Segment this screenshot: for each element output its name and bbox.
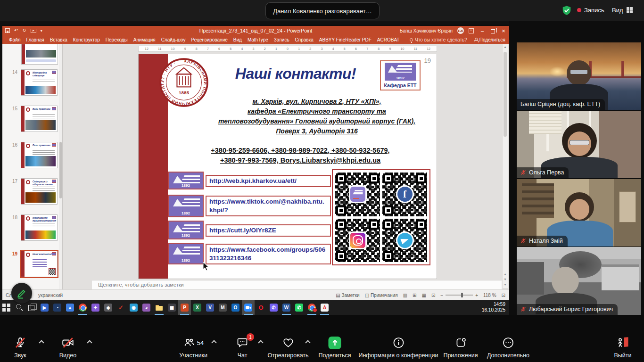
zoom-slider[interactable]: −+: [440, 293, 478, 298]
chat-button[interactable]: 1 Чат: [236, 336, 248, 359]
more-button[interactable]: Дополнительно: [487, 336, 529, 359]
slide-thumbnail[interactable]: 16 Бази практики: [5, 142, 62, 168]
file-explorer-icon[interactable]: [153, 300, 165, 315]
link-url[interactable]: https://www.facebook.com/groups/50631132…: [206, 244, 331, 264]
save-icon[interactable]: [5, 28, 10, 33]
participants-button[interactable]: 54 Участники: [179, 336, 207, 359]
ribbon-tab[interactable]: MathType: [245, 37, 271, 42]
meeting-info-button[interactable]: Информация о конференции: [358, 336, 438, 359]
ribbon-tab[interactable]: Переходы: [103, 37, 131, 42]
account-avatar[interactable]: БХ: [457, 27, 464, 34]
ribbon-tab[interactable]: Запись: [271, 37, 292, 42]
apps-button[interactable]: Приложения: [443, 336, 478, 359]
ribbon-tab[interactable]: Анимация: [131, 37, 158, 42]
opera-icon[interactable]: O: [255, 300, 267, 315]
slide-thumbnail[interactable]: 19 Наші контакти!: [5, 251, 62, 277]
annotation-tools-button[interactable]: [11, 283, 32, 304]
slide-thumbnail-panel[interactable]: 14 Міжнародна співпраця: [2, 44, 63, 289]
slide-thumbnail[interactable]: 17 Співпраця із підприємствами: [5, 178, 62, 205]
slide-canvas[interactable]: ХАРКІВСЬКИЙ ПОЛІТЕХНІЧНИЙ ІНСТИТУТ · НТУ…: [138, 54, 437, 279]
mathtype-icon[interactable]: M: [216, 300, 229, 315]
link-url[interactable]: https://www.tiktok.com/@nakhiba.ntu.khpi…: [206, 196, 331, 216]
redo-icon[interactable]: [22, 27, 26, 34]
chat-options-chevron[interactable]: [258, 340, 263, 345]
minimize-button[interactable]: [479, 28, 486, 33]
qat-dropdown-icon[interactable]: [41, 27, 42, 34]
ribbon-tab[interactable]: Конструктор: [70, 37, 103, 42]
alarms-app-icon[interactable]: ◔: [51, 300, 64, 315]
video-tile-2[interactable]: Ольга Перва: [517, 111, 641, 178]
movies-app-icon[interactable]: ▶: [38, 300, 51, 315]
whatsapp-icon[interactable]: ✆: [293, 300, 305, 315]
player-app-icon[interactable]: ▲: [64, 300, 76, 315]
normal-view-icon[interactable]: ▥: [403, 293, 407, 298]
notes-toggle[interactable]: ▤ Заметки: [336, 293, 359, 298]
editor-scrollbar[interactable]: ▲ ▲▼▼: [502, 44, 508, 288]
share-screen-button[interactable]: Поделиться: [318, 336, 351, 359]
start-slideshow-icon[interactable]: [31, 29, 36, 33]
ribbon-tab[interactable]: Справка: [292, 37, 316, 42]
ribbon-tab[interactable]: ACROBAT: [374, 37, 403, 42]
ribbon-tab[interactable]: Вид: [231, 37, 245, 42]
notes-pane[interactable]: Щелкните, чтобы добавить заметки: [92, 280, 502, 289]
slide-thumbnail[interactable]: 14 Міжнародна співпраця: [5, 69, 62, 96]
start-icon[interactable]: [0, 300, 13, 315]
slide-sorter-icon[interactable]: ⊞: [413, 293, 416, 298]
outlook-icon[interactable]: O: [229, 300, 242, 315]
comments-toggle[interactable]: ◫ Примечания: [365, 293, 398, 298]
video-tile-3[interactable]: Наталя Змій: [517, 179, 641, 247]
taskbar-clock[interactable]: 14:59 16.10.2025: [482, 300, 509, 315]
participants-options-chevron[interactable]: [211, 340, 216, 345]
browser-app-icon[interactable]: ◉: [127, 300, 140, 315]
video-button[interactable]: Видео: [59, 336, 77, 359]
games-app-icon[interactable]: ◆: [102, 300, 115, 315]
viber-icon[interactable]: ✆: [267, 300, 280, 315]
photos-app-icon[interactable]: ✦: [89, 300, 102, 315]
link-url[interactable]: https://cutt.ly/OIYr8ZE: [206, 224, 331, 237]
undo-icon[interactable]: [14, 27, 18, 34]
ribbon-options-icon[interactable]: [469, 28, 474, 33]
slide-thumbnail-partial[interactable]: [21, 44, 58, 65]
video-options-chevron[interactable]: [87, 340, 92, 345]
reading-view-icon[interactable]: ▦: [421, 293, 426, 298]
zoom-level[interactable]: 118 %: [483, 293, 496, 298]
close-button[interactable]: [500, 27, 507, 34]
ribbon-tab[interactable]: Вставка: [47, 37, 70, 42]
link-url[interactable]: http://web.kpi.kharkov.ua/ett/: [206, 175, 331, 187]
ribbon-tab[interactable]: Слайд-шоу: [158, 37, 189, 42]
calculator-app-icon[interactable]: ▦: [165, 300, 178, 315]
ribbon-tab[interactable]: Рецензирование: [189, 37, 231, 42]
view-button[interactable]: Вид: [612, 7, 633, 14]
share-button[interactable]: Поделиться: [474, 37, 505, 42]
task-view-icon[interactable]: [25, 300, 38, 315]
account-name[interactable]: Багіш Хачикович Єріцян: [400, 28, 453, 33]
audio-button[interactable]: Звук: [14, 336, 26, 359]
zoom-app-icon[interactable]: [242, 300, 255, 315]
ribbon-tab[interactable]: Файл: [6, 37, 24, 42]
restore-button[interactable]: [491, 29, 495, 33]
recording-indicator[interactable]: Запись: [577, 7, 604, 14]
ribbon-tab[interactable]: Главная: [24, 37, 47, 42]
excel-icon[interactable]: X: [191, 300, 204, 315]
slide-thumbnail[interactable]: 15 Бази практики: [5, 106, 62, 132]
visio-app-icon[interactable]: V: [204, 300, 216, 315]
reactions-button[interactable]: Отреагировать: [267, 336, 308, 359]
fit-to-window-icon[interactable]: ⊡: [502, 293, 505, 298]
audio-options-chevron[interactable]: [39, 340, 44, 345]
ribbon-tab[interactable]: ABBYY FineReader PDF: [316, 37, 374, 42]
video-tile-1[interactable]: Багіш Єріцян (доц. каф. ЕТТ): [517, 42, 641, 110]
powerpoint-icon[interactable]: P: [178, 300, 191, 315]
video-tile-4[interactable]: Любарський Борис Григорович: [517, 247, 641, 315]
security-shield-icon[interactable]: [561, 5, 572, 16]
slideshow-icon[interactable]: ⊡: [431, 293, 435, 298]
chrome-profile-icon[interactable]: [305, 300, 318, 315]
contacts-app-icon[interactable]: ◕: [140, 300, 153, 315]
language-indicator[interactable]: украинский: [38, 293, 63, 298]
tell-me-search[interactable]: Что вы хотите сделать?: [410, 37, 467, 42]
checkmark-app-icon[interactable]: ✓: [115, 300, 127, 315]
slide-thumbnail[interactable]: 18 Можливості працевлаштування: [5, 214, 62, 241]
acrobat-icon[interactable]: A: [318, 300, 331, 315]
chrome-icon[interactable]: [76, 300, 89, 315]
leave-meeting-button[interactable]: Выйти: [614, 336, 631, 359]
thumbnail-scrollbar[interactable]: [59, 44, 62, 289]
